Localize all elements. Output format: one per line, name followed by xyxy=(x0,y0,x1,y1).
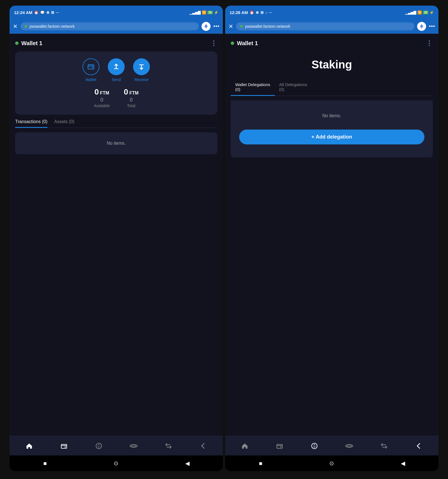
svg-rect-11 xyxy=(277,444,282,448)
svg-marker-14 xyxy=(313,444,316,445)
nav-wallet-1[interactable] xyxy=(58,440,70,452)
android-nav-2: ■ ⊙ ◀ xyxy=(225,455,438,471)
url-text-1: pwawallet.fantom.network xyxy=(29,24,75,29)
nav-back-2[interactable] xyxy=(413,440,425,452)
receive-action-btn[interactable]: Receive xyxy=(133,58,150,82)
charging-icon-2: ⚡ xyxy=(429,10,434,15)
wallet-header-1: Wallet 1 ⋮ xyxy=(15,39,217,47)
no-items-box-2: No items. + Add delegation xyxy=(231,100,433,157)
tab-transactions[interactable]: Transactions (0) xyxy=(15,119,47,128)
tab-all-delegations[interactable]: All Delegations (0) xyxy=(275,80,312,96)
nav-defi-2[interactable] xyxy=(343,440,355,452)
close-button-2[interactable]: ✕ xyxy=(228,23,233,30)
nav-staking-2[interactable] xyxy=(308,440,321,452)
url-bar-1[interactable]: pwawallet.fantom.network xyxy=(20,22,199,30)
svg-rect-2 xyxy=(114,68,118,69)
all-delegations-label: All Delegations xyxy=(279,82,307,87)
add-delegation-button[interactable]: + Add delegation xyxy=(239,130,424,144)
eth-icon-2[interactable] xyxy=(417,22,426,31)
time-display-1: 12:24 AM xyxy=(14,10,32,15)
nav-home-1[interactable] xyxy=(23,440,35,452)
browser-menu-2[interactable]: ••• xyxy=(429,23,435,29)
time-2: 12:26 AM ⏰ ⊕ ⊞ ♪ ··· xyxy=(230,10,272,15)
nav-wallet-2[interactable] xyxy=(273,440,286,452)
send-action-btn[interactable]: Send xyxy=(108,58,125,82)
dots-icon: ··· xyxy=(56,10,59,15)
eth-icon-1[interactable] xyxy=(202,22,211,31)
wallet-action-btn[interactable]: Wallet xyxy=(83,58,99,82)
android-stop-2[interactable]: ■ xyxy=(254,458,268,468)
grid-icon-2: ⊞ xyxy=(260,10,264,15)
close-button-1[interactable]: ✕ xyxy=(13,23,18,30)
tab-assets[interactable]: Assets (0) xyxy=(54,119,74,128)
time-1: 12:24 AM ⏰ 💬 ⊕ ⊞ ··· xyxy=(14,10,59,15)
url-bar-2[interactable]: pwawallet.fantom.network xyxy=(236,22,414,30)
wallet-btn-label: Wallet xyxy=(86,77,96,82)
nav-staking-1[interactable] xyxy=(93,440,105,452)
svg-rect-1 xyxy=(92,67,93,68)
available-balance: 0 FTM 0 Available xyxy=(94,87,110,108)
android-back-2[interactable]: ◀ xyxy=(396,458,410,468)
wallet-btn-circle xyxy=(83,58,99,75)
browser-menu-1[interactable]: ••• xyxy=(213,23,220,29)
no-items-text-1: No items. xyxy=(107,141,126,146)
android-home-1[interactable]: ⊙ xyxy=(109,458,123,468)
all-delegations-count: (0) xyxy=(279,87,284,92)
tabs-1: Transactions (0) Assets (0) xyxy=(15,119,217,128)
available-amount: 0 xyxy=(95,87,99,96)
time-display-2: 12:26 AM xyxy=(230,10,248,15)
nav-swap-1[interactable] xyxy=(162,440,175,452)
secure-dot-2 xyxy=(240,25,243,28)
dots-icon-2: ··· xyxy=(269,10,272,15)
wallet-options-button-2[interactable]: ⋮ xyxy=(426,39,433,47)
android-back-1[interactable]: ◀ xyxy=(180,458,194,468)
status-bar-2: 12:26 AM ⏰ ⊕ ⊞ ♪ ··· ▁▃▅▇ 🛜 26 ⚡ xyxy=(225,6,438,19)
bottom-nav-1 xyxy=(10,436,223,455)
total-unit: FTM xyxy=(129,91,139,96)
nav-defi-1[interactable] xyxy=(127,440,140,452)
app-content-2: Wallet 1 ⋮ Staking Wallet Delegations (0… xyxy=(225,34,438,436)
svg-point-10 xyxy=(131,445,136,447)
status-bar-1: 12:24 AM ⏰ 💬 ⊕ ⊞ ··· ▁▃▅▇ 🛜 26 ⚡ xyxy=(10,6,223,19)
wallet-name-2: Wallet 1 xyxy=(231,40,258,47)
cast-icon: ⊕ xyxy=(46,10,49,15)
total-balance: 0 FTM 0 Total xyxy=(124,87,138,108)
total-label: Total xyxy=(127,103,135,108)
receive-btn-circle xyxy=(133,58,150,75)
wallet-name-1: Wallet 1 xyxy=(15,40,42,47)
android-home-2[interactable]: ⊙ xyxy=(325,458,339,468)
nav-swap-2[interactable] xyxy=(378,440,390,452)
android-nav-1: ■ ⊙ ◀ xyxy=(10,455,223,471)
wallet-header-2: Wallet 1 ⋮ xyxy=(231,39,433,47)
wallet-status-dot-1 xyxy=(15,42,19,45)
signal-icon: ▁▃▅▇ xyxy=(189,10,201,15)
url-text-2: pwawallet.fantom.network xyxy=(245,24,290,29)
nav-back-1[interactable] xyxy=(197,440,209,452)
total-amount: 0 xyxy=(124,87,128,96)
phone-screen-2: 12:26 AM ⏰ ⊕ ⊞ ♪ ··· ▁▃▅▇ 🛜 26 ⚡ ✕ pwawa… xyxy=(225,6,438,471)
wallet-status-dot-2 xyxy=(231,42,234,45)
battery-badge-1: 26 xyxy=(207,11,213,14)
available-usd: 0 xyxy=(100,97,103,103)
svg-rect-12 xyxy=(280,446,281,447)
wallet-options-button-1[interactable]: ⋮ xyxy=(210,39,217,47)
browser-bar-1: ✕ pwawallet.fantom.network ••• xyxy=(10,19,223,34)
svg-point-17 xyxy=(347,445,351,447)
tab-wallet-delegations[interactable]: Wallet Delegations (0) xyxy=(231,80,275,96)
cast-icon-2: ⊕ xyxy=(256,10,259,15)
app-content-1: Wallet 1 ⋮ xyxy=(10,34,223,436)
no-items-text-2: No items. xyxy=(322,113,341,118)
signal-icon-2: ▁▃▅▇ xyxy=(405,10,416,15)
balance-card-1: Wallet Send xyxy=(15,52,217,115)
svg-rect-0 xyxy=(88,65,94,69)
android-stop-1[interactable]: ■ xyxy=(38,458,52,468)
status-icons-2: ▁▃▅▇ 🛜 26 ⚡ xyxy=(405,10,434,15)
action-buttons-1: Wallet Send xyxy=(83,58,150,82)
charging-icon: ⚡ xyxy=(214,10,218,15)
nav-home-2[interactable] xyxy=(239,440,251,452)
browser-bar-2: ✕ pwawallet.fantom.network ••• xyxy=(225,19,438,34)
send-btn-label: Send xyxy=(112,77,121,82)
available-unit: FTM xyxy=(100,91,109,96)
receive-btn-label: Receive xyxy=(134,77,149,82)
alarm-icon-2: ⏰ xyxy=(250,10,254,15)
